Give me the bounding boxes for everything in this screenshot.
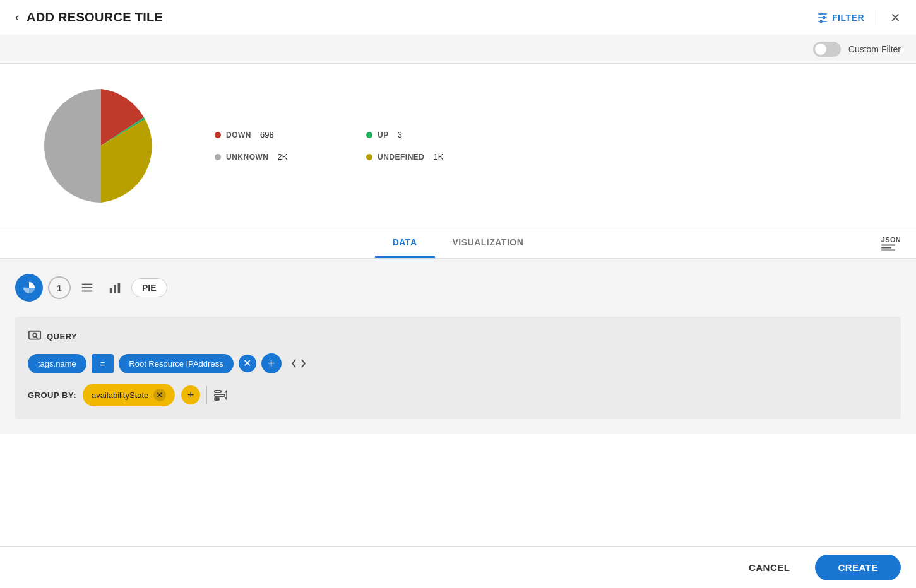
svg-rect-9 (215, 394, 225, 396)
back-icon[interactable]: ‹ (15, 11, 19, 24)
legend-item-up: UP 3 (366, 130, 467, 139)
header-right: FILTER ✕ (817, 10, 901, 25)
cancel-button[interactable]: CANCEL (734, 555, 806, 580)
data-content: 1 PIE (0, 259, 916, 434)
group-divider (206, 386, 207, 404)
json-button[interactable]: JSON (881, 236, 901, 250)
group-by-label: GROUP BY: (28, 391, 76, 400)
header: ‹ ADD RESOURCE TILE FILTER ✕ (0, 0, 916, 35)
legend-item-undefined: UNDEFINED 1K (366, 152, 467, 162)
svg-rect-4 (114, 285, 116, 293)
query-field-pill[interactable]: tags.name (28, 354, 86, 373)
tool-number[interactable]: 1 (48, 276, 71, 299)
close-button[interactable]: ✕ (890, 11, 901, 24)
tab-visualization[interactable]: VISUALIZATION (435, 228, 542, 258)
pie-chart-svg (38, 83, 164, 209)
legend-value-unknown: 2K (278, 152, 288, 162)
legend-row-2: UNKNOWN 2K UNDEFINED 1K (215, 152, 467, 162)
legend-dot-undefined (366, 154, 372, 160)
legend-container: DOWN 698 UP 3 UNKNOWN 2K UNDEFINED 1K (215, 130, 467, 162)
svg-rect-3 (110, 288, 112, 293)
json-line-1 (881, 244, 895, 245)
bar-chart-icon (108, 281, 122, 295)
svg-rect-6 (29, 331, 40, 339)
query-operator-pill[interactable]: = (92, 354, 114, 373)
json-label: JSON (881, 236, 901, 243)
svg-point-7 (33, 333, 37, 337)
custom-filter-toggle[interactable] (813, 42, 841, 57)
group-by-row: GROUP BY: availabilityState ✕ + (28, 384, 888, 406)
pie-label-pill[interactable]: PIE (131, 278, 167, 297)
page-title: ADD RESOURCE TILE (27, 10, 163, 25)
svg-rect-5 (118, 283, 121, 293)
json-line-3 (881, 249, 895, 250)
legend-item-unknown: UNKNOWN 2K (215, 152, 316, 162)
query-section: QUERY tags.name = Root Resource IPAddres… (15, 317, 901, 419)
sort-svg (213, 389, 229, 401)
query-pills-row: tags.name = Root Resource IPAddress ✕ + (28, 353, 888, 373)
tool-list[interactable] (76, 276, 98, 299)
legend-value-undefined: 1K (434, 152, 444, 162)
group-tag-label: availabilityState (92, 391, 148, 400)
legend-dot-down (215, 132, 221, 138)
tab-data[interactable]: DATA (375, 228, 435, 258)
json-line-2 (881, 247, 891, 248)
legend-label-down: DOWN (226, 131, 251, 139)
create-button[interactable]: CREATE (815, 555, 901, 580)
filter-icon (817, 12, 828, 23)
footer: CANCEL CREATE (0, 546, 916, 588)
legend-item-down: DOWN 698 (215, 130, 316, 139)
legend-value-down: 698 (260, 130, 274, 139)
sort-icon[interactable] (213, 389, 229, 401)
header-divider (877, 10, 877, 25)
legend-label-unknown: UNKNOWN (226, 153, 269, 162)
legend-value-up: 3 (398, 130, 402, 139)
code-toggle-button[interactable] (287, 356, 311, 371)
legend-row-1: DOWN 698 UP 3 (215, 130, 467, 139)
query-label: QUERY (47, 332, 77, 341)
tool-pie-active[interactable] (15, 274, 43, 302)
toggle-slider (813, 42, 841, 57)
legend-label-up: UP (378, 131, 389, 139)
pie-icon (22, 281, 36, 295)
toolbar-row: 1 PIE (15, 274, 901, 302)
svg-rect-8 (215, 391, 221, 392)
group-add-button[interactable]: + (181, 385, 200, 404)
query-remove-button[interactable]: ✕ (239, 355, 256, 372)
header-left: ‹ ADD RESOURCE TILE (15, 10, 163, 25)
filter-button[interactable]: FILTER (817, 12, 864, 23)
tabs-center: DATA VISUALIZATION (15, 228, 901, 258)
group-remove-button[interactable]: ✕ (153, 389, 166, 401)
filter-label: FILTER (832, 13, 864, 23)
query-label-row: QUERY (28, 329, 888, 343)
tabs-section: DATA VISUALIZATION JSON 1 (0, 228, 916, 434)
custom-filter-bar: Custom Filter (0, 35, 916, 64)
group-tag-pill[interactable]: availabilityState ✕ (83, 384, 175, 406)
legend-dot-up (366, 132, 372, 138)
pie-chart (38, 83, 164, 209)
legend-label-undefined: UNDEFINED (378, 153, 425, 162)
custom-filter-label: Custom Filter (848, 44, 901, 54)
tabs-header: DATA VISUALIZATION JSON (0, 228, 916, 259)
json-lines-icon (881, 244, 901, 250)
query-value-pill[interactable]: Root Resource IPAddress (119, 354, 233, 373)
pie-slice-unknown (44, 89, 101, 203)
query-add-button[interactable]: + (261, 353, 282, 373)
list-icon (80, 281, 94, 295)
code-icon (292, 358, 306, 368)
svg-rect-10 (215, 398, 219, 400)
query-search-icon (28, 329, 42, 343)
legend-dot-unknown (215, 154, 221, 160)
chart-section: DOWN 698 UP 3 UNKNOWN 2K UNDEFINED 1K (0, 64, 916, 228)
tool-bar[interactable] (104, 276, 126, 299)
